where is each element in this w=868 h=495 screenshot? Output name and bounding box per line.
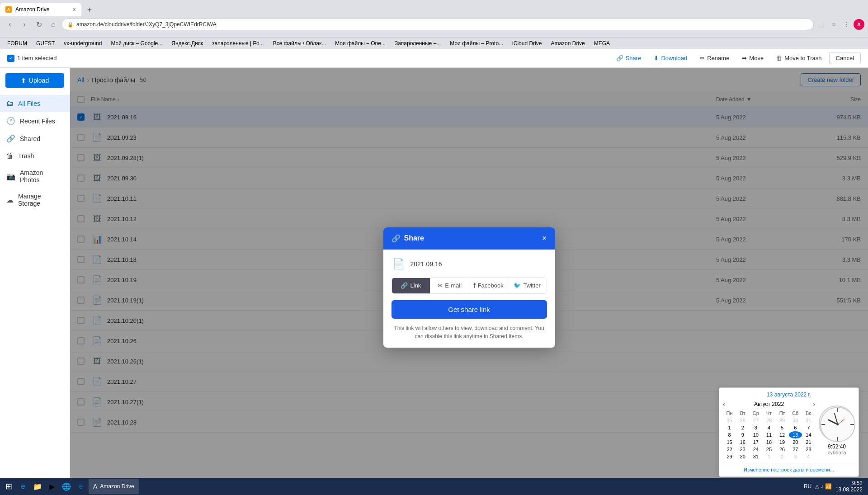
cal-day[interactable]: 10 [749,431,762,438]
upload-button[interactable]: ⬆ Upload [5,73,64,88]
cal-day[interactable]: 14 [802,431,815,438]
sidebar-item-all-files[interactable]: 🗂 All Files [0,95,70,112]
cal-day[interactable]: 4 [802,453,815,460]
bookmark-vx[interactable]: vx-underground [60,39,105,47]
bookmark-zaparo[interactable]: запароленные | Ро... [208,39,268,47]
cal-day[interactable]: 23 [736,446,749,453]
cal-day[interactable]: 24 [749,446,762,453]
bookmark-icloud[interactable]: iCloud Drive [509,39,545,47]
bookmark-mega[interactable]: MEGA [590,39,613,47]
cal-day[interactable]: 31 [749,453,762,460]
cal-day[interactable]: 19 [776,438,789,446]
cal-day[interactable]: 5 [776,424,789,431]
taskbar-ie[interactable]: e [16,480,30,493]
sidebar-item-trash[interactable]: 🗑 Trash [0,147,70,165]
sidebar-item-amazon-photos[interactable]: 📷 Amazon Photos [0,165,70,188]
taskbar-time[interactable]: 9:52 13.08.2022 [835,480,863,493]
cal-day[interactable]: 7 [802,424,815,431]
move-to-trash-button[interactable]: 🗑 Move to Trash [771,52,827,64]
cal-day[interactable]: 27 [789,446,802,453]
cal-day[interactable]: 2 [776,453,789,460]
share-tab-twitter[interactable]: 🐦 Twitter [508,278,547,293]
cal-next-btn[interactable]: › [813,401,815,408]
bookmark-gdrive[interactable]: Мой диск – Google... [107,39,166,47]
cal-day[interactable]: 16 [736,438,749,446]
cal-day[interactable]: 4 [762,424,775,431]
forward-button[interactable]: › [18,18,31,31]
bookmark-ydisk[interactable]: Яндекс.Диск [168,39,207,47]
cal-day[interactable]: 1 [762,453,775,460]
cal-day[interactable]: 17 [749,438,762,446]
taskbar-edge[interactable]: e [74,480,88,493]
taskbar-amazon-drive[interactable]: A Amazon Drive [89,479,139,494]
sidebar-item-manage-storage[interactable]: ☁ Manage Storage [0,188,70,212]
cal-day[interactable]: 29 [776,417,789,424]
share-tab-link[interactable]: 🔗 Link [392,278,431,293]
new-tab-button[interactable]: + [83,4,96,16]
rename-button[interactable]: ✏ Rename [694,52,735,64]
cal-day[interactable]: 28 [802,446,815,453]
tab-close-btn[interactable]: × [72,6,76,13]
bookmark-forum[interactable]: FORUM [4,39,31,47]
checkbox-header[interactable]: ✓ [7,55,14,62]
back-button[interactable]: ‹ [4,18,16,31]
cal-day[interactable]: 18 [762,438,775,446]
cal-day[interactable]: 21 [802,438,815,446]
cancel-button[interactable]: Cancel [829,52,861,64]
cal-day[interactable]: 29 [723,453,736,460]
taskbar-chrome[interactable]: 🌐 [60,480,73,493]
cal-day[interactable]: 25 [723,417,736,424]
get-share-link-button[interactable]: Get share link [392,300,547,319]
cal-day[interactable]: 8 [723,431,736,438]
clock-face [819,405,855,442]
taskbar-explorer[interactable]: 📁 [31,480,44,493]
share-tab-facebook[interactable]: f Facebook [469,278,508,293]
move-button[interactable]: ➡ Move [736,52,769,64]
taskbar-media[interactable]: ▶ [45,480,59,493]
cal-day[interactable]: 3 [789,453,802,460]
bookmark-zaparo2[interactable]: Запароленные –... [391,39,444,47]
cal-day[interactable]: 31 [802,417,815,424]
cal-day[interactable]: 22 [723,446,736,453]
cal-day[interactable]: 26 [736,417,749,424]
cal-day[interactable]: 13 [789,431,802,438]
share-button[interactable]: 🔗 Share [611,52,647,64]
bookmark-amazon[interactable]: Amazon Drive [547,39,588,47]
cal-day[interactable]: 15 [723,438,736,446]
cal-day[interactable]: 9 [736,431,749,438]
cal-day[interactable]: 30 [736,453,749,460]
address-bar[interactable]: 🔒 amazon.de/clouddrive/folder/JXyQ7_3jQp… [61,19,814,30]
cal-day[interactable]: 2 [736,424,749,431]
cal-day[interactable]: 26 [776,446,789,453]
bookmark-onedrive[interactable]: Мои файлы – One... [331,39,389,47]
modal-close-button[interactable]: × [542,234,547,243]
settings-btn[interactable]: ⋮ [841,19,852,30]
bookmark-btn[interactable]: ☆ [828,19,839,30]
cal-day[interactable]: 25 [762,446,775,453]
sidebar-item-shared[interactable]: 🔗 Shared [0,130,70,147]
user-avatar[interactable]: A [854,19,864,30]
cal-day[interactable]: 11 [762,431,775,438]
download-button[interactable]: ⬇ Download [648,52,693,64]
home-button[interactable]: ⌂ [47,18,60,31]
bookmark-allfiles[interactable]: Все файлы / Облак... [269,39,330,47]
cal-day[interactable]: 28 [762,417,775,424]
cal-day[interactable]: 1 [723,424,736,431]
browser-tab[interactable]: A Amazon Drive × [0,3,81,16]
cal-settings-link[interactable]: Изменение настроек даты и времени... [744,467,834,472]
cal-day[interactable]: 30 [789,417,802,424]
cal-day[interactable]: 3 [749,424,762,431]
share-tab-email[interactable]: ✉ E-mail [430,278,469,293]
reload-button[interactable]: ↻ [33,18,45,31]
cal-day[interactable]: 6 [789,424,802,431]
extensions-btn[interactable]: ⬜ [816,19,826,30]
bookmark-proto[interactable]: Мои файлы – Proto... [446,39,507,47]
sidebar-item-recent-files[interactable]: 🕐 Recent Files [0,112,70,130]
cal-day[interactable]: 12 [776,431,789,438]
start-button[interactable]: ⊞ [2,480,15,493]
cal-day[interactable]: 27 [749,417,762,424]
cal-prev-btn[interactable]: ‹ [723,401,725,408]
cal-day-header: Сб [789,410,802,417]
cal-day[interactable]: 20 [789,438,802,446]
bookmark-guest[interactable]: GUEST [33,39,58,47]
